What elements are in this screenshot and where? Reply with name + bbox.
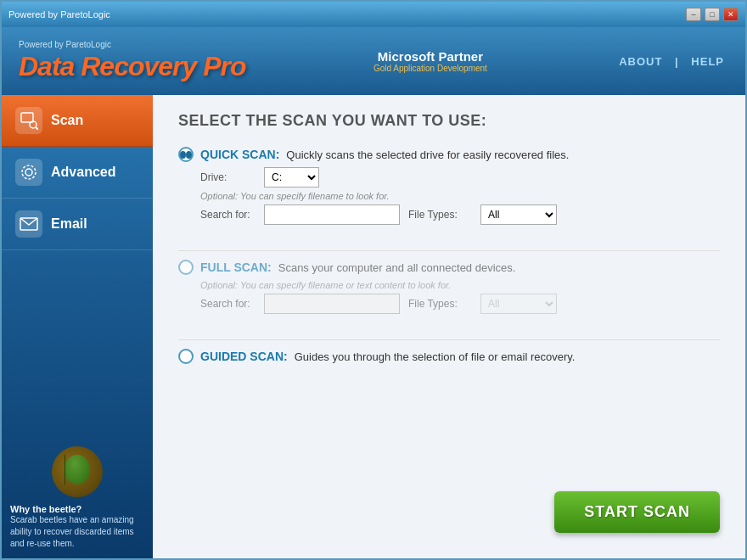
titlebar: Powered by ParetoLogic – □ ✕ — [2, 2, 745, 27]
titlebar-text: Powered by ParetoLogic — [8, 9, 110, 20]
content-area: SELECT THE SCAN YOU WANT TO USE: QUICK S… — [153, 95, 745, 558]
quick-scan-radio[interactable] — [178, 147, 194, 162]
full-search-input[interactable] — [264, 294, 400, 314]
full-scan-desc: Scans your computer and all connected de… — [278, 261, 516, 274]
quick-search-row: Search for: File Types: All Documents Im… — [200, 204, 720, 225]
quick-scan-header: QUICK SCAN: Quickly scans the selected d… — [178, 147, 720, 162]
header: Powered by ParetoLogic Data Recovery Pro… — [2, 27, 745, 95]
page-title: SELECT THE SCAN YOU WANT TO USE: — [178, 112, 720, 130]
logo-powered-text: Powered by ParetoLogic — [19, 40, 246, 49]
sidebar: Scan Advanced Email — [2, 95, 153, 558]
ms-partner-title: Microsoft Partner — [374, 49, 487, 64]
drive-select[interactable]: C: D: E: — [264, 167, 319, 188]
svg-point-4 — [22, 165, 36, 179]
nav-separator: | — [675, 55, 679, 68]
divider-1 — [178, 250, 720, 251]
guided-scan-radio[interactable] — [178, 349, 194, 364]
drive-row: Drive: C: D: E: — [200, 167, 720, 188]
svg-line-2 — [36, 127, 38, 130]
full-scan-optional-note: Optional: You can specify filename or te… — [200, 280, 720, 290]
quick-filetypes-label: File Types: — [408, 209, 472, 221]
sidebar-item-advanced[interactable]: Advanced — [2, 147, 153, 199]
main-layout: Scan Advanced Email — [2, 95, 745, 558]
email-icon — [15, 210, 42, 238]
ms-partner-sub: Gold Application Development — [374, 64, 487, 73]
close-button[interactable]: ✕ — [723, 8, 739, 21]
sidebar-bottom: Why the beetle? Scarab beetles have an a… — [2, 438, 153, 558]
full-search-row: Search for: File Types: All — [200, 294, 720, 314]
header-nav: ABOUT | HELP — [615, 55, 728, 68]
quick-scan-details: Drive: C: D: E: Optional: You can specif… — [200, 167, 720, 225]
maximize-button[interactable]: □ — [705, 8, 720, 21]
about-link[interactable]: ABOUT — [619, 55, 662, 68]
beetle-body: Scarab beetles have an amazing ability t… — [10, 514, 144, 550]
guided-scan-desc: Guides you through the selection of file… — [295, 350, 576, 363]
svg-rect-0 — [21, 113, 33, 122]
guided-scan-title: GUIDED SCAN: — [200, 350, 288, 363]
email-label: Email — [51, 216, 87, 232]
full-scan-header: FULL SCAN: Scans your computer and all c… — [178, 260, 720, 275]
quick-scan-optional-note: Optional: You can specify filename to lo… — [200, 191, 720, 201]
minimize-button[interactable]: – — [686, 8, 701, 21]
guided-scan-header: GUIDED SCAN: Guides you through the sele… — [178, 349, 720, 364]
beetle-title: Why the beetle? — [10, 504, 144, 514]
start-scan-button[interactable]: START SCAN — [554, 491, 720, 533]
advanced-label: Advanced — [51, 165, 115, 180]
ms-partner-area: Microsoft Partner Gold Application Devel… — [374, 49, 487, 73]
svg-point-3 — [25, 169, 32, 176]
full-filetypes-label: File Types: — [408, 298, 472, 310]
full-scan-title: FULL SCAN: — [200, 260, 272, 274]
app-logo-title: Data Recovery Pro — [19, 51, 246, 82]
guided-scan-option: GUIDED SCAN: Guides you through the sele… — [178, 349, 720, 369]
quick-scan-title: QUICK SCAN: — [200, 148, 279, 161]
full-scan-radio[interactable] — [178, 260, 194, 275]
quick-filetype-select[interactable]: All Documents Images — [480, 204, 557, 225]
divider-2 — [178, 339, 720, 340]
quick-scan-option: QUICK SCAN: Quickly scans the selected d… — [178, 147, 720, 228]
drive-label: Drive: — [200, 171, 256, 183]
titlebar-buttons: – □ ✕ — [686, 8, 739, 21]
help-link[interactable]: HELP — [691, 55, 724, 68]
quick-search-input[interactable] — [264, 204, 400, 225]
sidebar-item-scan[interactable]: Scan — [2, 95, 153, 147]
quick-search-label: Search for: — [200, 209, 256, 221]
full-scan-details: Optional: You can specify filename or te… — [200, 280, 720, 314]
beetle-image — [52, 446, 103, 497]
logo-area: Powered by ParetoLogic Data Recovery Pro — [19, 40, 246, 82]
advanced-icon — [15, 159, 42, 186]
main-window: Powered by ParetoLogic – □ ✕ Powered by … — [0, 0, 747, 560]
scan-label: Scan — [51, 113, 83, 128]
scan-icon — [15, 107, 42, 134]
sidebar-item-email[interactable]: Email — [2, 199, 153, 250]
full-scan-option: FULL SCAN: Scans your computer and all c… — [178, 260, 720, 317]
full-filetype-select[interactable]: All — [480, 294, 557, 314]
full-search-label: Search for: — [200, 298, 256, 310]
quick-scan-desc: Quickly scans the selected drive for eas… — [286, 148, 569, 161]
